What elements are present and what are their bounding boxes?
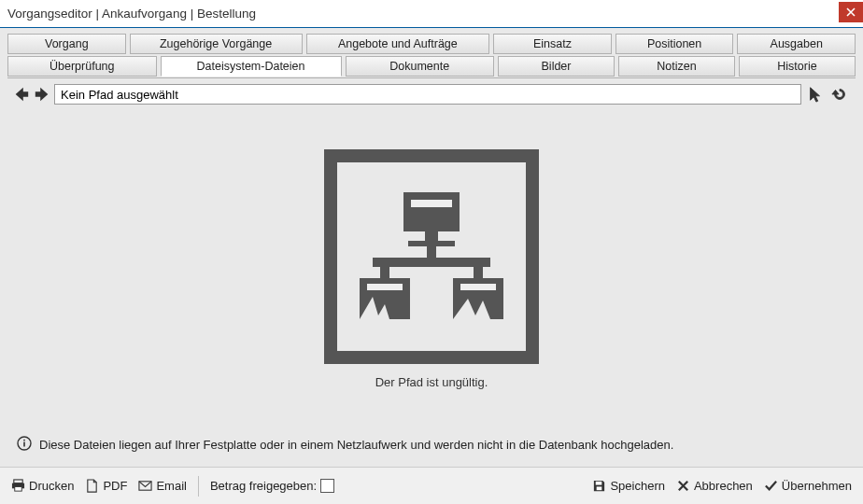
svg-rect-18	[597, 486, 602, 490]
svg-rect-11	[23, 442, 25, 447]
close-button[interactable]	[839, 2, 863, 22]
tab-ausgaben[interactable]: Ausgaben	[737, 34, 856, 54]
footer-bar: Drucken PDF Email Betrag freigegeben: Sp…	[0, 467, 863, 504]
cancel-button[interactable]: Abbrechen	[676, 479, 753, 493]
svg-rect-5	[373, 258, 490, 267]
svg-rect-6	[380, 267, 389, 278]
path-input[interactable]	[54, 84, 801, 105]
tab-label: Historie	[777, 60, 816, 73]
tab-einsatz[interactable]: Einsatz	[493, 34, 612, 54]
footer-separator	[198, 476, 199, 497]
arrow-right-icon	[34, 86, 50, 103]
cursor-select-button[interactable]	[805, 86, 826, 103]
cancel-icon	[676, 479, 690, 493]
release-label: Betrag freigegeben:	[210, 479, 317, 493]
tab-label: Überprüfung	[50, 60, 115, 73]
pdf-button[interactable]: PDF	[85, 479, 127, 493]
svg-rect-8	[367, 284, 403, 290]
window-titlebar: Vorgangseditor | Ankaufvorgang | Bestell…	[0, 0, 863, 28]
email-icon	[138, 479, 152, 493]
tab-zugehoerige-vorgaenge[interactable]: Zugehörige Vorgänge	[130, 34, 303, 54]
email-label: Email	[156, 479, 187, 493]
info-bar: Diese Dateien liegen auf Ihrer Festplatt…	[13, 427, 850, 461]
window-title: Vorgangseditor | Ankaufvorgang | Bestell…	[7, 7, 839, 21]
tab-label: Positionen	[647, 37, 701, 50]
svg-rect-7	[474, 267, 483, 278]
amount-released-field: Betrag freigegeben:	[210, 479, 334, 493]
tab-label: Vorgang	[45, 37, 89, 50]
invalid-path-message: Der Pfad ist ungültig.	[375, 375, 488, 389]
tab-vorgang[interactable]: Vorgang	[7, 34, 126, 54]
svg-rect-17	[596, 482, 602, 485]
tab-label: Zugehörige Vorgänge	[160, 37, 272, 50]
network-error-icon	[324, 149, 539, 364]
release-checkbox[interactable]	[320, 479, 334, 493]
apply-button[interactable]: Übernehmen	[764, 479, 852, 493]
preview-area: Der Pfad ist ungültig.	[13, 112, 850, 427]
svg-rect-13	[14, 480, 22, 483]
tab-label: Ausgaben	[771, 37, 823, 50]
pdf-label: PDF	[103, 479, 127, 493]
info-text: Diese Dateien liegen auf Ihrer Festplatt…	[39, 438, 673, 452]
tab-dokumente[interactable]: Dokumente	[346, 56, 495, 77]
save-label: Speichern	[610, 479, 665, 493]
svg-rect-2	[425, 231, 438, 241]
pdf-icon	[85, 479, 99, 493]
email-button[interactable]: Email	[138, 479, 187, 493]
svg-rect-15	[15, 486, 22, 491]
close-icon	[846, 7, 856, 17]
svg-rect-1	[411, 200, 452, 207]
svg-rect-3	[408, 241, 455, 246]
tab-label: Bilder	[542, 60, 572, 73]
tab-label: Dateisystem-Dateien	[196, 60, 304, 73]
print-button[interactable]: Drucken	[11, 479, 74, 493]
tab-label: Dokumente	[389, 60, 449, 73]
main-panel: Vorgang Zugehörige Vorgänge Angebote und…	[7, 34, 856, 467]
info-icon	[17, 436, 32, 454]
svg-rect-12	[23, 440, 25, 441]
svg-rect-9	[460, 284, 496, 290]
printer-icon	[11, 479, 25, 493]
tab-angebote-auftraege[interactable]: Angebote und Aufträge	[306, 34, 490, 54]
svg-rect-0	[403, 192, 460, 231]
print-label: Drucken	[29, 479, 74, 493]
tab-label: Angebote und Aufträge	[338, 37, 458, 50]
tab-bilder[interactable]: Bilder	[498, 56, 615, 77]
save-button[interactable]: Speichern	[592, 479, 665, 493]
file-navbar	[13, 84, 850, 105]
tab-dateisystem-dateien[interactable]: Dateisystem-Dateien	[161, 56, 342, 77]
tab-historie[interactable]: Historie	[739, 56, 856, 77]
tabs-row-2: Überprüfung Dateisystem-Dateien Dokument…	[7, 56, 856, 77]
tabs-row-1: Vorgang Zugehörige Vorgänge Angebote und…	[7, 34, 856, 54]
check-icon	[764, 479, 778, 493]
undo-button[interactable]	[829, 86, 850, 103]
arrow-left-icon	[13, 86, 30, 103]
nav-forward-button[interactable]	[34, 86, 50, 103]
save-icon	[592, 479, 606, 493]
tab-body: Der Pfad ist ungültig. Diese Dateien lie…	[7, 77, 856, 467]
tab-ueberpruefung[interactable]: Überprüfung	[7, 56, 157, 77]
cursor-icon	[807, 86, 824, 103]
undo-icon	[831, 86, 848, 103]
cancel-label: Abbrechen	[694, 479, 753, 493]
tab-label: Einsatz	[533, 37, 572, 50]
tab-label: Notizen	[657, 60, 696, 73]
tab-notizen[interactable]: Notizen	[618, 56, 735, 77]
apply-label: Übernehmen	[782, 479, 852, 493]
tab-positionen[interactable]: Positionen	[615, 34, 734, 54]
content-wrap: Vorgang Zugehörige Vorgänge Angebote und…	[0, 28, 863, 467]
nav-back-button[interactable]	[13, 86, 30, 103]
